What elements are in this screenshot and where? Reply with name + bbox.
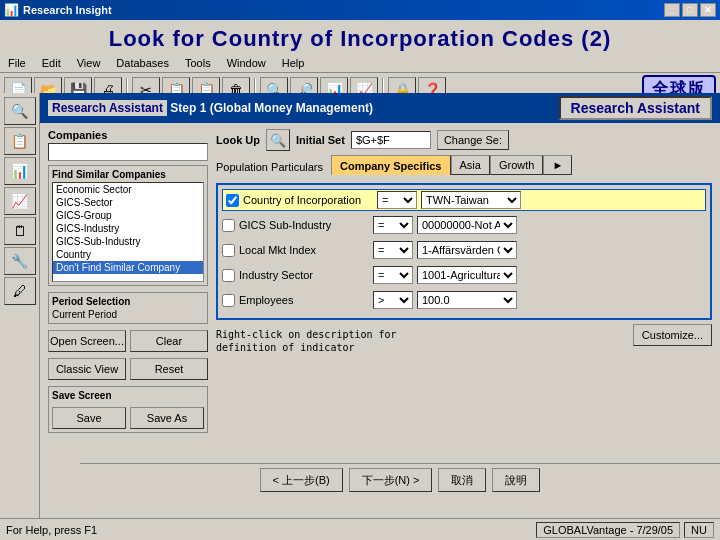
help-nav-button[interactable]: 說明 bbox=[492, 468, 540, 492]
criteria-name-country: Country of Incorporation bbox=[243, 194, 373, 206]
sidebar-btn-7[interactable]: 🖊 bbox=[4, 277, 36, 305]
save-row: Save Save As bbox=[52, 407, 204, 429]
initial-set-input[interactable] bbox=[351, 131, 431, 149]
save-screen-box: Save Screen Save Save As bbox=[48, 386, 208, 433]
criteria-op-local-mkt[interactable]: = bbox=[373, 241, 413, 259]
main-content: Research Assistant Step 1 (Global Money … bbox=[40, 93, 720, 518]
criteria-name-industry: Industry Sector bbox=[239, 269, 369, 281]
bottom-row: Right-click on description for definitio… bbox=[216, 324, 712, 354]
pop-label: Population Particulars bbox=[216, 161, 323, 173]
ra-step-label: Step 1 (Global Money Management) bbox=[170, 101, 373, 115]
period-title: Period Selection bbox=[52, 296, 204, 307]
tab-asia[interactable]: Asia bbox=[451, 155, 490, 175]
checkbox-local-mkt[interactable] bbox=[222, 244, 235, 257]
criteria-row-industry: Industry Sector = 1001-Agricultural: bbox=[222, 264, 706, 286]
save-as-button[interactable]: Save As bbox=[130, 407, 204, 429]
checkbox-employees[interactable] bbox=[222, 294, 235, 307]
criteria-val-gics-sub[interactable]: 00000000-Not Ass bbox=[417, 216, 517, 234]
list-item-gics-industry[interactable]: GICS-Industry bbox=[53, 222, 203, 235]
status-version: GLOBALVantage - 7/29/05 bbox=[536, 522, 680, 538]
pop-tabs: Company Specifics Asia Growth ► bbox=[331, 155, 572, 175]
close-button[interactable]: ✕ bbox=[700, 3, 716, 17]
back-button[interactable]: < 上一步(B) bbox=[260, 468, 343, 492]
sidebar-btn-2[interactable]: 📋 bbox=[4, 127, 36, 155]
sidebar-btn-1[interactable]: 🔍 bbox=[4, 97, 36, 125]
criteria-row-employees: Employees > 100.0 bbox=[222, 289, 706, 311]
criteria-val-local-mkt[interactable]: 1-Affärsvärden Ge bbox=[417, 241, 517, 259]
find-list[interactable]: Economic Sector GICS-Sector GICS-Group G… bbox=[52, 182, 204, 282]
menu-file[interactable]: File bbox=[4, 56, 30, 70]
pop-particulars-row: Population Particulars Company Specifics… bbox=[216, 155, 712, 179]
menu-window[interactable]: Window bbox=[223, 56, 270, 70]
clear-button[interactable]: Clear bbox=[130, 330, 208, 352]
list-item-dont-find[interactable]: Don't Find Similar Company bbox=[53, 261, 203, 274]
criteria-val-country[interactable]: TWN-Taiwan bbox=[421, 191, 521, 209]
checkbox-gics-sub[interactable] bbox=[222, 219, 235, 232]
ra-header: Research Assistant Step 1 (Global Money … bbox=[40, 93, 720, 123]
open-clear-row: Open Screen... Clear bbox=[48, 330, 208, 352]
left-panel: Companies Find Similar Companies Economi… bbox=[48, 129, 208, 433]
lookup-icon-button[interactable]: 🔍 bbox=[266, 129, 290, 151]
lookup-row: Look Up 🔍 Initial Set Change Se: bbox=[216, 129, 712, 151]
tab-growth[interactable]: Growth bbox=[490, 155, 543, 175]
criteria-name-employees: Employees bbox=[239, 294, 369, 306]
find-similar-box: Find Similar Companies Economic Sector G… bbox=[48, 165, 208, 286]
criteria-row-local-mkt: Local Mkt Index = 1-Affärsvärden Ge bbox=[222, 239, 706, 261]
customize-button[interactable]: Customize... bbox=[633, 324, 712, 346]
right-panel: Look Up 🔍 Initial Set Change Se: Populat… bbox=[216, 129, 712, 433]
minimize-button[interactable]: _ bbox=[664, 3, 680, 17]
criteria-box: Country of Incorporation =≠<> TWN-Taiwan… bbox=[216, 183, 712, 320]
page-title: Look for Country of Incorporation Codes … bbox=[0, 20, 720, 54]
criteria-row-gics-sub: GICS Sub-Industry = 00000000-Not Ass bbox=[222, 214, 706, 236]
list-item-country[interactable]: Country bbox=[53, 248, 203, 261]
menu-help[interactable]: Help bbox=[278, 56, 309, 70]
app-icon: 📊 bbox=[4, 3, 19, 17]
period-box: Period Selection Current Period bbox=[48, 292, 208, 324]
title-bar: 📊 Research Insight _ □ ✕ bbox=[0, 0, 720, 20]
list-item-economic-sector[interactable]: Economic Sector bbox=[53, 183, 203, 196]
period-value: Current Period bbox=[52, 309, 204, 320]
menu-tools[interactable]: Tools bbox=[181, 56, 215, 70]
classic-view-button[interactable]: Classic View bbox=[48, 358, 126, 380]
criteria-op-industry[interactable]: = bbox=[373, 266, 413, 284]
sidebar-btn-6[interactable]: 🔧 bbox=[4, 247, 36, 275]
criteria-row-country: Country of Incorporation =≠<> TWN-Taiwan bbox=[222, 189, 706, 211]
sidebar-btn-5[interactable]: 🗒 bbox=[4, 217, 36, 245]
menu-view[interactable]: View bbox=[73, 56, 105, 70]
initial-set-label: Initial Set bbox=[296, 134, 345, 146]
title-bar-buttons: _ □ ✕ bbox=[664, 3, 716, 17]
find-similar-title: Find Similar Companies bbox=[52, 169, 204, 180]
menu-bar: File Edit View Databases Tools Window He… bbox=[0, 54, 720, 73]
tab-company-specifics[interactable]: Company Specifics bbox=[331, 155, 450, 175]
next-button[interactable]: 下一步(N) > bbox=[349, 468, 433, 492]
companies-input[interactable] bbox=[48, 143, 208, 161]
nav-footer: < 上一步(B) 下一步(N) > 取消 說明 bbox=[80, 463, 720, 496]
menu-databases[interactable]: Databases bbox=[112, 56, 173, 70]
criteria-name-local-mkt: Local Mkt Index bbox=[239, 244, 369, 256]
open-screen-button[interactable]: Open Screen... bbox=[48, 330, 126, 352]
cancel-button[interactable]: 取消 bbox=[438, 468, 486, 492]
save-button[interactable]: Save bbox=[52, 407, 126, 429]
change-se-button[interactable]: Change Se: bbox=[437, 130, 509, 150]
sidebar-btn-3[interactable]: 📊 bbox=[4, 157, 36, 185]
criteria-op-employees[interactable]: > bbox=[373, 291, 413, 309]
criteria-op-country[interactable]: =≠<> bbox=[377, 191, 417, 209]
ra-assistant-label: Research Assistant bbox=[48, 100, 167, 116]
rightclick-note: Right-click on description for definitio… bbox=[216, 328, 397, 354]
classic-reset-row: Classic View Reset bbox=[48, 358, 208, 380]
criteria-op-gics-sub[interactable]: = bbox=[373, 216, 413, 234]
sidebar-btn-4[interactable]: 📈 bbox=[4, 187, 36, 215]
tab-more[interactable]: ► bbox=[543, 155, 572, 175]
status-help-text: For Help, press F1 bbox=[6, 524, 97, 536]
list-item-gics-sub-industry[interactable]: GICS-Sub-Industry bbox=[53, 235, 203, 248]
checkbox-country[interactable] bbox=[226, 194, 239, 207]
maximize-button[interactable]: □ bbox=[682, 3, 698, 17]
menu-edit[interactable]: Edit bbox=[38, 56, 65, 70]
criteria-val-industry[interactable]: 1001-Agricultural: bbox=[417, 266, 517, 284]
checkbox-industry[interactable] bbox=[222, 269, 235, 282]
criteria-val-employees[interactable]: 100.0 bbox=[417, 291, 517, 309]
list-item-gics-sector[interactable]: GICS-Sector bbox=[53, 196, 203, 209]
list-item-gics-group[interactable]: GICS-Group bbox=[53, 209, 203, 222]
save-screen-title: Save Screen bbox=[52, 390, 204, 401]
reset-button[interactable]: Reset bbox=[130, 358, 208, 380]
